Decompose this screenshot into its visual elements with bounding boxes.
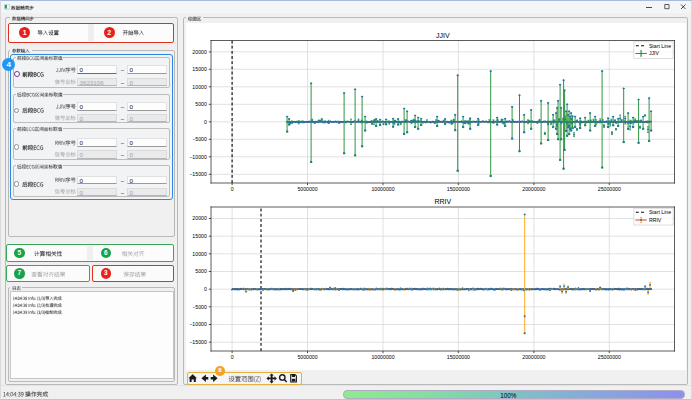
svg-text:0: 0 [231,354,234,360]
svg-text:15000: 15000 [192,66,207,72]
svg-text:−15000: −15000 [189,171,207,177]
svg-text:10000: 10000 [192,251,207,257]
svg-text:15000000: 15000000 [447,354,470,360]
svg-text:−5000: −5000 [192,304,207,310]
svg-text:0: 0 [204,286,207,292]
svg-text:Start Line: Start Line [649,209,671,215]
svg-text:15000000: 15000000 [447,186,470,192]
svg-text:JJIV: JJIV [436,32,450,39]
svg-text:25000000: 25000000 [598,354,621,360]
svg-text:−10000: −10000 [189,154,207,160]
svg-text:20000000: 20000000 [522,186,545,192]
svg-text:Start Line: Start Line [649,43,671,49]
svg-text:10000000: 10000000 [371,354,394,360]
svg-text:0: 0 [204,119,207,125]
svg-text:RRIV: RRIV [649,217,662,223]
svg-text:0: 0 [231,186,234,192]
svg-text:20000000: 20000000 [522,354,545,360]
svg-text:5000: 5000 [195,268,207,274]
svg-text:5000000: 5000000 [297,354,317,360]
svg-text:20000: 20000 [192,49,207,55]
svg-text:−5000: −5000 [192,136,207,142]
svg-text:25000000: 25000000 [598,186,621,192]
svg-text:20000: 20000 [192,215,207,221]
svg-text:RRIV: RRIV [434,198,451,205]
svg-text:5000: 5000 [195,101,207,107]
svg-text:−10000: −10000 [189,321,207,327]
svg-text:15000: 15000 [192,233,207,239]
svg-text:10000000: 10000000 [371,186,394,192]
svg-text:JJIV: JJIV [649,50,660,56]
svg-text:−15000: −15000 [189,339,207,345]
svg-text:10000: 10000 [192,84,207,90]
svg-text:5000000: 5000000 [297,186,317,192]
